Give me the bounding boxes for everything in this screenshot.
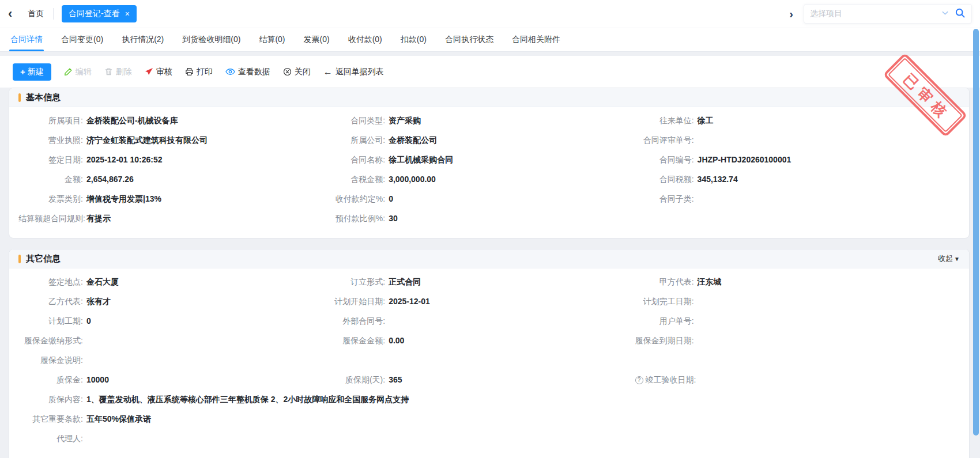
view-data-button[interactable]: 查看数据 [225, 67, 270, 77]
field-row: 履保金缴纳形式:履保金金额:0.00履保金到期日期: [18, 331, 960, 350]
edit-button[interactable]: 编辑 [64, 67, 92, 77]
field-row: 发票类别:增值税专用发票|13%收付款约定%:0合同子类: [18, 189, 960, 209]
field: 用户单号: [635, 311, 960, 331]
tab-bar: 合同详情合同变更(0)执行情况(2)到货验收明细(0)结算(0)发票(0)收付款… [0, 28, 980, 52]
field-label-text: 履保金说明: [40, 355, 83, 365]
delete-button[interactable]: 删除 [104, 67, 132, 77]
field-label: 结算额超合同规则: [18, 209, 83, 228]
field-value: 2025-12-01 [389, 292, 430, 311]
field-label: 代理人: [18, 429, 83, 448]
field-value: 增值税专用发票|13% [86, 189, 161, 209]
tab-item[interactable]: 收付款(0) [347, 28, 383, 51]
active-window-tab[interactable]: 合同登记-查看 × [62, 5, 137, 22]
back-chevron-icon[interactable]: ‹ [8, 7, 21, 20]
forward-chevron-icon[interactable]: › [789, 8, 793, 20]
basic-info-card: 基本信息 所属项目:金桥装配公司-机械设备库合同类型:资产采购往来单位:徐工营业… [9, 88, 970, 239]
field-label-text: 履保金到期日期: [635, 336, 694, 345]
tab-item[interactable]: 发票(0) [303, 28, 331, 51]
field-label-text: 合同编号: [659, 155, 694, 164]
field-label-text: 金额: [65, 175, 83, 184]
field-label-text: 履保金金额: [342, 336, 385, 345]
field-row: 金额:2,654,867.26含税金额:3,000,000.00合同税额:345… [18, 169, 960, 189]
field-label: 合同名称: [331, 150, 385, 169]
field-label: 往来单位: [635, 111, 694, 130]
field-label-text: 质保期(天): [345, 375, 385, 384]
field: 合同评审单号: [635, 130, 960, 150]
basic-info-body: 所属项目:金桥装配公司-机械设备库合同类型:资产采购往来单位:徐工营业执照:济宁… [9, 107, 969, 230]
eye-icon [225, 67, 235, 76]
field-row: 乙方代表:张有才计划开始日期:2025-12-01计划完工日期: [18, 292, 960, 311]
field: 履保金金额:0.00 [331, 331, 635, 350]
field: 结算额超合同规则:有提示 [18, 209, 331, 228]
field-label-text: 合同类型: [350, 116, 385, 125]
circle-x-icon [283, 67, 292, 76]
field-label: 履保金金额: [331, 331, 385, 350]
new-button[interactable]: + 新建 [13, 63, 51, 81]
print-button[interactable]: 打印 [185, 67, 213, 77]
field: 营业执照:济宁金虹装配式建筑科技有限公司 [18, 130, 331, 150]
field-value: 365 [389, 370, 402, 389]
field-value: 30 [389, 209, 398, 228]
field: 合同子类: [635, 189, 960, 209]
field-row: 签定地点:金石大厦订立形式:正式合同甲方代表:汪东城 [18, 272, 960, 292]
field-label-text: 所属公司: [350, 135, 385, 145]
field-value: 0.00 [389, 331, 404, 350]
field-label: 质保金: [18, 370, 83, 389]
caret-down-icon: ▼ [954, 256, 960, 262]
field-label: 含税金额: [331, 169, 385, 189]
field-value: 徐工 [698, 111, 714, 130]
field-row: 代理人: [18, 429, 960, 448]
field: 合同名称:徐工机械采购合同 [331, 150, 635, 169]
tab-item[interactable]: 合同相关附件 [511, 28, 561, 51]
collapse-toggle[interactable]: 收起 ▼ [938, 253, 960, 264]
chevron-down-icon[interactable] [941, 9, 949, 19]
tab-item[interactable]: 合同执行状态 [444, 28, 495, 51]
close-button[interactable]: 关闭 [283, 67, 311, 77]
back-to-list-button[interactable]: ← 返回单据列表 [323, 67, 384, 77]
field: 外部合同号: [331, 311, 635, 331]
field-value: 10000 [86, 370, 109, 389]
audit-button[interactable]: 审核 [145, 67, 172, 77]
field: 计划工期:0 [18, 311, 331, 331]
project-select[interactable]: 选择项目 [804, 4, 972, 24]
tab-item[interactable]: 合同详情 [9, 28, 44, 51]
field-label: 合同编号: [635, 150, 694, 169]
plus-icon: + [20, 67, 25, 76]
field-value: 2,654,867.26 [86, 169, 134, 189]
field-label: 预付款比例%: [331, 209, 385, 228]
tab-item[interactable]: 合同变更(0) [60, 28, 104, 51]
breadcrumb-home[interactable]: 首页 [28, 9, 44, 19]
vertical-scrollbar[interactable] [973, 29, 979, 436]
field: 订立形式:正式合同 [331, 272, 635, 292]
tab-item[interactable]: 扣款(0) [399, 28, 428, 51]
field-value: 金桥装配公司 [389, 130, 437, 150]
send-icon [145, 67, 153, 76]
field-label-text: 外部合同号: [342, 316, 385, 325]
field: 履保金到期日期: [635, 331, 960, 350]
close-icon[interactable]: × [125, 10, 130, 18]
search-icon[interactable] [955, 7, 966, 21]
field-value: 资产采购 [389, 111, 421, 130]
field-label: 订立形式: [331, 272, 385, 292]
field: 甲方代表:汪东城 [635, 272, 960, 292]
field-label: 营业执照: [18, 130, 83, 150]
tab-item[interactable]: 结算(0) [258, 28, 286, 51]
field-row: 质保内容:1、覆盖发动机、液压系统等核心部件三年整机质保 2、2小时故障响应和全… [18, 389, 960, 409]
field-label: 履保金说明: [18, 350, 83, 370]
field-label: 其它重要条款: [18, 409, 83, 429]
other-info-header: 其它信息 收起 ▼ [9, 249, 969, 268]
field-row: 所属项目:金桥装配公司-机械设备库合同类型:资产采购往来单位:徐工 [18, 111, 960, 130]
field-label: 质保期(天): [331, 370, 385, 389]
field: 往来单位:徐工 [635, 111, 960, 130]
field-label: 合同类型: [331, 111, 385, 130]
divider [53, 8, 54, 20]
tab-item[interactable]: 执行情况(2) [120, 28, 165, 51]
field-row: 结算额超合同规则:有提示预付款比例%:30 [18, 209, 960, 228]
field-label: 质保内容: [18, 389, 83, 409]
field-label-text: 质保金: [56, 375, 83, 384]
field: 发票类别:增值税专用发票|13% [18, 189, 331, 209]
field-row: 履保金说明: [18, 350, 960, 370]
tab-item[interactable]: 到货验收明细(0) [181, 28, 242, 51]
field: 收付款约定%:0 [331, 189, 635, 209]
field-label-text: 履保金缴纳形式: [24, 336, 83, 345]
